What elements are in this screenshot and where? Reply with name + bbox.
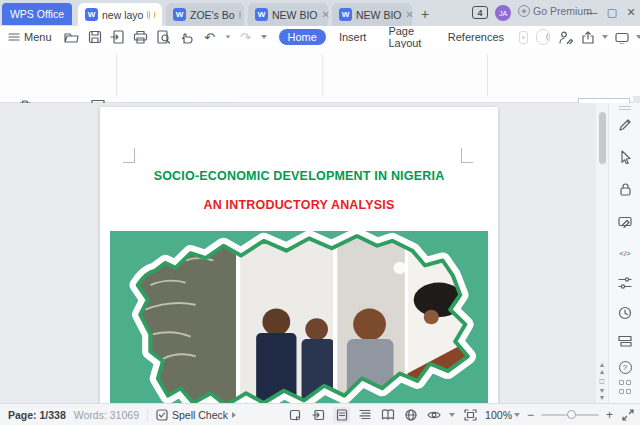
status-bar: Page: 1/338 Words: 31069 Spell Check 100… [0,403,640,425]
maximize-button[interactable]: ▢ [604,4,620,20]
share-icon[interactable] [580,29,596,45]
page-view-button[interactable] [333,407,350,423]
customize-toolbar-icon[interactable] [261,35,267,39]
avatar[interactable]: JA [495,5,511,21]
spell-check-label: Spell Check [172,409,228,421]
window-count-badge[interactable]: 4 [472,6,488,19]
tab-insert[interactable]: Insert [330,29,376,45]
zoom-level-value: 100% [485,409,512,421]
fullscreen-icon[interactable] [620,407,636,423]
separator [147,409,148,421]
search-placeholder: Click to find com... [546,32,550,43]
save-state-icon [147,11,150,19]
word-count: Words: 31069 [74,409,139,421]
zoom-level-button[interactable]: 100% [485,409,520,421]
menu-label: Menu [24,31,52,43]
document-tab-label: ZOE's Bo [190,9,235,21]
select-browse-object-button[interactable]: ◻ [596,377,608,384]
read-mode-icon[interactable] [380,407,396,423]
zoom-in-button[interactable]: + [606,408,613,422]
tab-home[interactable]: Home [279,29,326,45]
edit-mode-icon[interactable] [558,29,574,45]
document-page[interactable]: SOCIO-ECONOMIC DEVELOPMENT IN NIGERIA AN… [100,107,498,403]
document-tab-1[interactable]: W new layo [78,3,162,26]
more-tabs-button[interactable]: › [519,31,528,44]
settings-sliders-icon[interactable] [617,275,633,291]
zoom-slider-knob[interactable] [567,410,576,419]
save-icon[interactable] [87,29,103,45]
edit-pen-icon[interactable] [617,117,633,133]
close-tab-icon[interactable]: ✕ [322,9,330,20]
lock-icon[interactable] [617,181,633,197]
select-cursor-icon[interactable] [617,149,633,165]
sidebar-handle[interactable] [619,106,631,110]
print-icon[interactable] [133,29,149,45]
menu-button[interactable]: Menu [0,31,60,43]
document-tab-label: NEW BIO [356,9,402,21]
share-dropdown-icon[interactable] [602,35,608,39]
document-area: SOCIO-ECONOMIC DEVELOPMENT IN NIGERIA AN… [0,103,596,403]
outline-view-icon[interactable] [357,407,373,423]
undo-icon[interactable]: ↶ [202,29,218,45]
vertical-scrollbar[interactable]: ▲▲ ◻ ▼▼ [596,103,608,403]
code-icon[interactable]: </> [617,245,633,261]
layers-panel-icon[interactable] [617,333,633,349]
tab-references[interactable]: References [439,29,513,45]
fit-page-icon[interactable] [462,407,478,423]
tag-edit-icon[interactable] [617,213,633,229]
undo-dropdown-icon[interactable] [225,35,230,38]
document-tab-2[interactable]: W ZOE's Bo [166,3,244,26]
page-indicator: Page: 1/338 [8,409,66,421]
scrollbar-thumb[interactable] [599,112,606,164]
close-tab-icon[interactable]: ✕ [406,9,414,20]
web-layout-icon[interactable] [403,407,419,423]
chevron-down-icon [514,413,520,417]
previous-page-button[interactable]: ▲▲ [596,361,608,375]
history-clock-icon[interactable] [617,305,633,321]
new-tab-button[interactable]: + [416,5,434,23]
hand-tool-icon[interactable] [179,29,195,45]
upload-dropdown-icon[interactable] [636,35,640,39]
nigeria-map-graphic [110,231,488,403]
next-page-button[interactable]: ▼▼ [596,387,608,401]
checkbox-check-icon [156,409,168,421]
command-search-input[interactable]: Click to find com... [536,29,550,45]
switch-window-icon[interactable] [310,407,326,423]
hamburger-icon [8,31,20,43]
chevron-right-icon [232,412,236,418]
minimize-button[interactable]: — [584,4,600,20]
nigeria-collage-image[interactable] [110,231,488,403]
group-separator [487,54,488,96]
premium-icon: ◈ [518,5,530,17]
zoom-out-button[interactable]: − [527,408,534,422]
tab-page-layout[interactable]: Page Layout [379,23,434,51]
upload-cloud-icon[interactable] [614,29,630,45]
group-separator [322,54,323,96]
menu-bar: Menu ↶ ↷ Home Insert Page Layout Referen… [0,26,640,48]
unsaved-dot-icon [154,12,155,18]
document-tab-label: NEW BIO [272,9,318,21]
help-icon[interactable]: ? [619,361,632,374]
writer-doc-icon: W [173,8,186,21]
wps-office-button[interactable]: WPS Office [2,3,72,25]
margin-crop-mark [123,148,135,163]
apps-grid-icon[interactable] [617,379,633,395]
eye-protect-dropdown-icon[interactable] [449,413,455,417]
eye-protect-icon[interactable] [426,407,442,423]
document-title-line-2: AN INTRODUCTORY ANALYSIS [100,198,498,212]
open-file-icon[interactable] [64,29,80,45]
close-button[interactable]: ✕ [623,4,639,20]
writer-doc-icon: W [339,8,352,21]
print-preview-icon[interactable] [156,29,172,45]
writer-doc-icon: W [85,8,98,21]
group-separator [116,54,117,96]
redo-icon[interactable]: ↷ [238,29,254,45]
right-sidebar: </> ? [608,103,640,403]
go-premium-button[interactable]: ◈ Go Premium [518,5,592,17]
task-window-icon[interactable] [287,407,303,423]
spell-check-toggle[interactable]: Spell Check [156,409,236,421]
document-title-line-1: SOCIO-ECONOMIC DEVELOPMENT IN NIGERIA [100,169,498,183]
zoom-slider[interactable] [541,414,599,416]
export-pdf-icon[interactable] [110,29,126,45]
document-tab-label: new layo [102,9,143,21]
